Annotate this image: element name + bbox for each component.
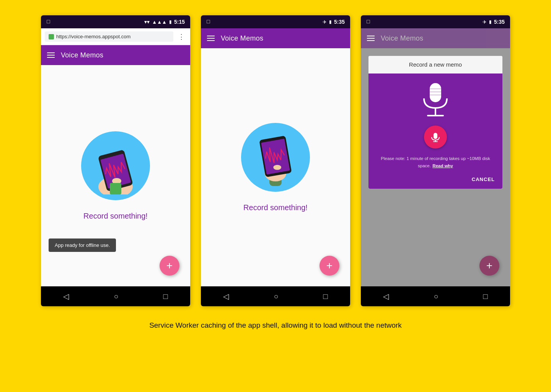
sim-icon: ☐ bbox=[46, 19, 51, 24]
cancel-label: CANCEL bbox=[472, 176, 495, 182]
mic-button-icon bbox=[430, 132, 441, 142]
phone-content-2: Record something! + bbox=[201, 48, 350, 286]
phone-2: ☐ ✈ ▮ 5:35 Voice Memos bbox=[201, 15, 350, 306]
status-bar-1: ☐ ▾▾ ▲▲▲ ▮ 5:15 bbox=[41, 15, 190, 28]
phones-container: ☐ ▾▾ ▲▲▲ ▮ 5:15 https://voice-memos.apps… bbox=[41, 15, 510, 306]
phone-3: ☐ ✈ ▮ 5:35 Voice Memos Record a new memo bbox=[361, 15, 510, 306]
svg-point-9 bbox=[273, 165, 281, 170]
read-why-link[interactable]: Read why bbox=[432, 163, 453, 168]
status-bar-2: ☐ ✈ ▮ 5:35 bbox=[201, 15, 350, 28]
app-toolbar-2: Voice Memos bbox=[201, 28, 350, 48]
recents-button-2[interactable]: □ bbox=[323, 292, 328, 301]
phone-illustration-2 bbox=[241, 123, 310, 192]
wifi-icon: ▾▾ bbox=[144, 19, 150, 25]
back-button-2[interactable]: ◁ bbox=[223, 292, 229, 301]
status-time: 5:15 bbox=[174, 19, 185, 25]
signal-icon: ▲▲▲ bbox=[152, 19, 167, 25]
svg-rect-4 bbox=[110, 183, 121, 194]
url-text: https://voice-memos.appspot.com bbox=[56, 34, 130, 39]
microphone-large-icon bbox=[418, 81, 453, 119]
nav-bar-2: ◁ ○ □ bbox=[201, 286, 350, 306]
record-label-2: Record something! bbox=[243, 203, 308, 212]
sim-icon-3: ☐ bbox=[366, 19, 370, 24]
toolbar-title-3: Voice Memos bbox=[381, 34, 423, 42]
fab-button-1[interactable]: + bbox=[160, 256, 179, 276]
phone-illustration-1 bbox=[81, 131, 150, 200]
back-button-3[interactable]: ◁ bbox=[383, 292, 389, 301]
phone-content-3: Record a new memo bbox=[361, 48, 510, 286]
airplane-icon-3: ✈ bbox=[483, 19, 487, 25]
sim-icon-2: ☐ bbox=[206, 19, 210, 24]
recents-button-1[interactable]: □ bbox=[163, 292, 168, 301]
dialog-body: Please note: 1 minute of recording takes… bbox=[368, 74, 502, 189]
hamburger-menu-3 bbox=[367, 36, 375, 41]
menu-dots-icon[interactable]: ⋮ bbox=[176, 31, 186, 42]
cancel-button[interactable]: CANCEL bbox=[472, 176, 495, 183]
battery-icon-2: ▮ bbox=[329, 19, 332, 24]
record-label-1: Record something! bbox=[83, 212, 148, 220]
airplane-icon-2: ✈ bbox=[323, 19, 327, 25]
app-toolbar-1: Voice Memos bbox=[41, 45, 190, 65]
battery-icon: ▮ bbox=[169, 19, 172, 24]
back-button-1[interactable]: ◁ bbox=[63, 292, 69, 301]
dialog-title-bar: Record a new memo bbox=[368, 56, 502, 74]
home-button-2[interactable]: ○ bbox=[274, 292, 278, 301]
recents-button-3[interactable]: □ bbox=[483, 292, 487, 301]
svg-rect-16 bbox=[434, 133, 437, 139]
record-button[interactable] bbox=[424, 126, 447, 149]
page-caption: Service Worker caching of the app shell,… bbox=[149, 320, 402, 331]
record-dialog: Record a new memo bbox=[368, 56, 502, 189]
fab-button-2[interactable]: + bbox=[320, 256, 339, 276]
hamburger-menu-1[interactable] bbox=[47, 52, 55, 58]
fab-button-3[interactable]: + bbox=[479, 256, 499, 276]
phone-1: ☐ ▾▾ ▲▲▲ ▮ 5:15 https://voice-memos.apps… bbox=[41, 15, 190, 306]
fab-icon-1: + bbox=[166, 260, 173, 272]
app-toolbar-3: Voice Memos bbox=[361, 28, 510, 48]
toast-text: App ready for offline use. bbox=[55, 242, 110, 248]
svg-rect-10 bbox=[430, 83, 441, 102]
offline-toast: App ready for offline use. bbox=[49, 238, 116, 252]
fab-icon-3: + bbox=[486, 260, 492, 272]
caption-text: Service Worker caching of the app shell,… bbox=[149, 321, 402, 329]
dialog-note: Please note: 1 minute of recording takes… bbox=[376, 155, 495, 170]
url-box[interactable]: https://voice-memos.appspot.com bbox=[45, 31, 173, 42]
nav-bar-1: ◁ ○ □ bbox=[41, 286, 190, 306]
nav-bar-3: ◁ ○ □ bbox=[361, 286, 510, 306]
phone-content-1: Record something! App ready for offline … bbox=[41, 65, 190, 286]
status-time-3: 5:35 bbox=[494, 19, 505, 25]
browser-bar: https://voice-memos.appspot.com ⋮ bbox=[41, 28, 190, 45]
status-time-2: 5:35 bbox=[334, 19, 345, 25]
toolbar-title-1: Voice Memos bbox=[61, 51, 103, 59]
dialog-title: Record a new memo bbox=[409, 61, 462, 68]
toolbar-title-2: Voice Memos bbox=[221, 34, 263, 42]
fab-icon-2: + bbox=[326, 260, 333, 272]
battery-icon-3: ▮ bbox=[489, 19, 492, 24]
home-button-3[interactable]: ○ bbox=[434, 292, 438, 301]
home-button-1[interactable]: ○ bbox=[114, 292, 118, 301]
hamburger-menu-2[interactable] bbox=[207, 36, 215, 41]
status-bar-3: ☐ ✈ ▮ 5:35 bbox=[361, 15, 510, 28]
lock-icon bbox=[49, 34, 54, 39]
